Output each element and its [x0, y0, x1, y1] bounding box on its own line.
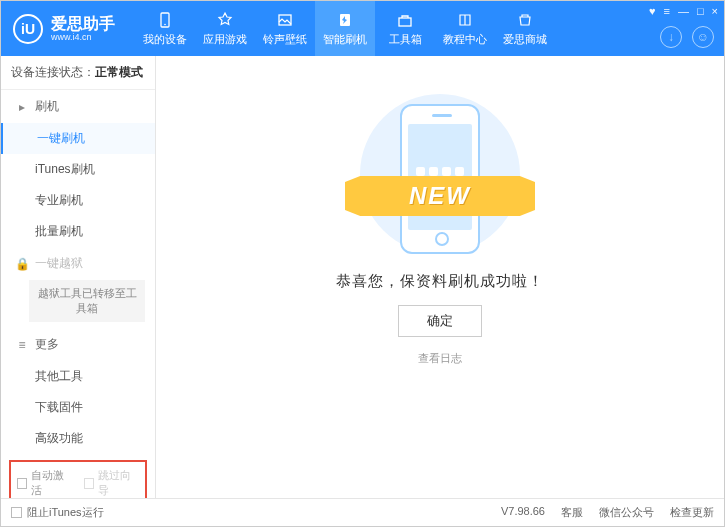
- section-more[interactable]: ≡ 更多: [1, 328, 155, 361]
- checkbox-label: 自动激活: [31, 468, 72, 498]
- flash-icon: [336, 11, 354, 29]
- app-url: www.i4.cn: [51, 32, 115, 42]
- block-itunes-checkbox[interactable]: 阻止iTunes运行: [11, 505, 104, 520]
- toolbox-icon: [396, 11, 414, 29]
- more-icon: ≡: [15, 338, 29, 352]
- store-icon: [516, 11, 534, 29]
- logo: iU 爱思助手 www.i4.cn: [1, 14, 127, 44]
- book-icon: [456, 11, 474, 29]
- footer-link-wechat[interactable]: 微信公众号: [599, 505, 654, 520]
- svg-point-1: [164, 23, 166, 25]
- sidebar-item-batch-flash[interactable]: 批量刷机: [1, 216, 155, 247]
- checkbox-icon: [17, 478, 27, 489]
- main-nav: 我的设备 应用游戏 铃声壁纸 智能刷机 工具箱 教程中心 爱思商城: [135, 1, 555, 56]
- close-icon[interactable]: ×: [712, 5, 718, 17]
- view-log-link[interactable]: 查看日志: [418, 351, 462, 366]
- section-label: 更多: [35, 336, 59, 353]
- status-label: 设备连接状态：: [11, 65, 95, 79]
- fav-icon[interactable]: ♥: [649, 5, 656, 17]
- nav-label: 教程中心: [443, 32, 487, 47]
- logo-icon: iU: [13, 14, 43, 44]
- ok-button[interactable]: 确定: [398, 305, 482, 337]
- svg-rect-4: [399, 18, 411, 26]
- download-icon[interactable]: ↓: [660, 26, 682, 48]
- menu-icon[interactable]: ≡: [663, 5, 669, 17]
- success-illustration: NEW: [345, 94, 535, 254]
- user-icon[interactable]: ☺: [692, 26, 714, 48]
- version-label: V7.98.66: [501, 505, 545, 520]
- nav-label: 工具箱: [389, 32, 422, 47]
- nav-label: 应用游戏: [203, 32, 247, 47]
- checkbox-icon: [84, 478, 94, 489]
- user-icons: ↓ ☺: [660, 26, 714, 48]
- sidebar-item-pro-flash[interactable]: 专业刷机: [1, 185, 155, 216]
- nav-label: 铃声壁纸: [263, 32, 307, 47]
- maximize-icon[interactable]: □: [697, 5, 704, 17]
- window-controls: ♥ ≡ — □ ×: [649, 5, 718, 17]
- nav-label: 智能刷机: [323, 32, 367, 47]
- footer-link-update[interactable]: 检查更新: [670, 505, 714, 520]
- sidebar: 设备连接状态：正常模式 ▸ 刷机 一键刷机 iTunes刷机 专业刷机 批量刷机…: [1, 56, 156, 498]
- sidebar-item-onekey-flash[interactable]: 一键刷机: [1, 123, 155, 154]
- lock-icon: 🔒: [15, 257, 29, 271]
- status-bar: 阻止iTunes运行 V7.98.66 客服 微信公众号 检查更新: [1, 498, 724, 526]
- checkbox-icon: [11, 507, 22, 518]
- success-message: 恭喜您，保资料刷机成功啦！: [336, 272, 544, 291]
- options-highlight: 自动激活 跳过向导: [9, 460, 147, 498]
- picture-icon: [276, 11, 294, 29]
- apps-icon: [216, 11, 234, 29]
- sidebar-item-advanced[interactable]: 高级功能: [1, 423, 155, 454]
- section-label: 刷机: [35, 98, 59, 115]
- flash-section-icon: ▸: [15, 100, 29, 114]
- sidebar-item-other-tools[interactable]: 其他工具: [1, 361, 155, 392]
- title-bar: iU 爱思助手 www.i4.cn 我的设备 应用游戏 铃声壁纸 智能刷机 工具…: [1, 1, 724, 56]
- auto-activate-checkbox[interactable]: 自动激活: [17, 468, 72, 498]
- nav-label: 我的设备: [143, 32, 187, 47]
- skip-guide-checkbox[interactable]: 跳过向导: [84, 468, 139, 498]
- jailbreak-note: 越狱工具已转移至工具箱: [29, 280, 145, 322]
- nav-label: 爱思商城: [503, 32, 547, 47]
- section-jailbreak: 🔒 一键越狱: [1, 247, 155, 280]
- nav-apps[interactable]: 应用游戏: [195, 1, 255, 56]
- checkbox-label: 阻止iTunes运行: [27, 505, 104, 520]
- sidebar-item-itunes-flash[interactable]: iTunes刷机: [1, 154, 155, 185]
- nav-store[interactable]: 爱思商城: [495, 1, 555, 56]
- nav-tutorials[interactable]: 教程中心: [435, 1, 495, 56]
- nav-flash[interactable]: 智能刷机: [315, 1, 375, 56]
- status-value: 正常模式: [95, 65, 143, 79]
- section-label: 一键越狱: [35, 255, 83, 272]
- minimize-icon[interactable]: —: [678, 5, 689, 17]
- checkbox-label: 跳过向导: [98, 468, 139, 498]
- nav-my-device[interactable]: 我的设备: [135, 1, 195, 56]
- connection-status: 设备连接状态：正常模式: [1, 56, 155, 90]
- app-name: 爱思助手: [51, 16, 115, 32]
- sidebar-item-download-fw[interactable]: 下载固件: [1, 392, 155, 423]
- nav-ringtones[interactable]: 铃声壁纸: [255, 1, 315, 56]
- footer-link-support[interactable]: 客服: [561, 505, 583, 520]
- nav-toolbox[interactable]: 工具箱: [375, 1, 435, 56]
- section-flash[interactable]: ▸ 刷机: [1, 90, 155, 123]
- new-ribbon: NEW: [345, 176, 535, 216]
- main-content: NEW 恭喜您，保资料刷机成功啦！ 确定 查看日志: [156, 56, 724, 498]
- device-icon: [156, 11, 174, 29]
